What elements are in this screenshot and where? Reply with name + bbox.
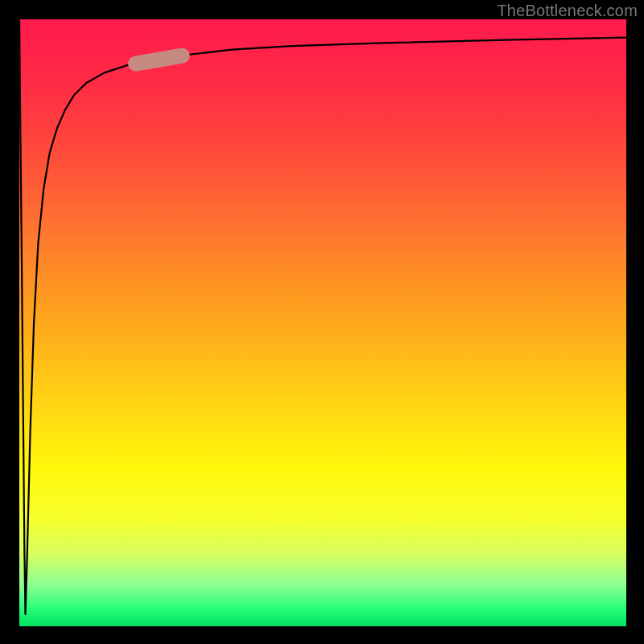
attribution-text: TheBottleneck.com: [497, 2, 638, 20]
curve-marker: [127, 47, 190, 72]
chart-frame: TheBottleneck.com: [0, 0, 644, 644]
curve-layer: [19, 19, 626, 626]
plot-area: [19, 19, 626, 626]
svg-rect-0: [127, 47, 190, 72]
bottleneck-curve: [19, 19, 626, 614]
